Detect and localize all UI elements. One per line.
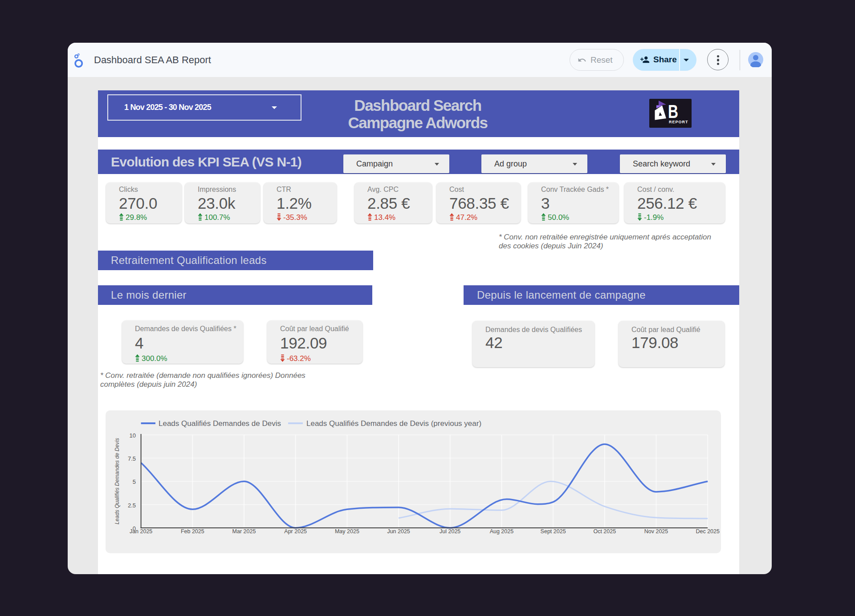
svg-text:Leads Qualifiés Demandes de De: Leads Qualifiés Demandes de Devis — [159, 419, 281, 428]
svg-text:Apr 2025: Apr 2025 — [284, 528, 307, 535]
svg-text:B: B — [668, 101, 678, 122]
svg-text:Mar 2025: Mar 2025 — [232, 528, 256, 535]
svg-text:REPORT: REPORT — [669, 120, 688, 124]
svg-text:May 2025: May 2025 — [335, 528, 359, 535]
svg-text:Dec 2025: Dec 2025 — [696, 528, 720, 535]
svg-text:Jul 2025: Jul 2025 — [440, 528, 460, 535]
svg-text:Leads Qualifiés Demandes de De: Leads Qualifiés Demandes de Devis (previ… — [306, 419, 481, 428]
svg-text:Jun 2025: Jun 2025 — [387, 528, 410, 535]
svg-text:Leads Qualifiés Demandes de De: Leads Qualifiés Demandes de Devis — [114, 438, 120, 524]
svg-text:Aug 2025: Aug 2025 — [490, 528, 514, 535]
svg-text:7.5: 7.5 — [128, 455, 136, 462]
svg-text:2.5: 2.5 — [128, 502, 136, 509]
svg-text:Jan 2025: Jan 2025 — [130, 528, 152, 535]
svg-text:5: 5 — [133, 478, 136, 485]
svg-text:Sept 2025: Sept 2025 — [541, 528, 566, 535]
svg-text:Feb 2025: Feb 2025 — [181, 528, 204, 535]
svg-text:Nov 2025: Nov 2025 — [644, 528, 668, 535]
svg-text:10: 10 — [130, 432, 136, 439]
svg-text:Oct 2025: Oct 2025 — [593, 528, 616, 535]
